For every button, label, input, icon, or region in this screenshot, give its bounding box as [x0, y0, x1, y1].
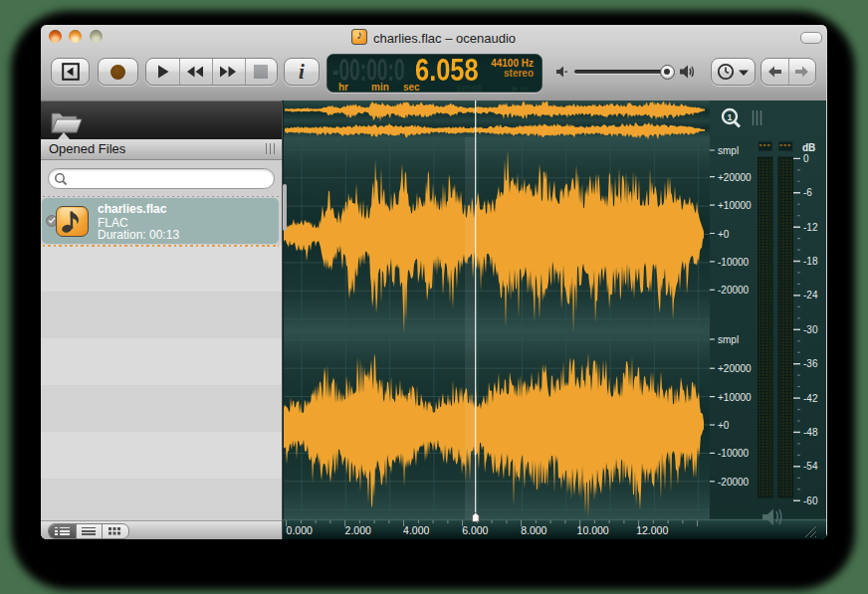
svg-text:4.000: 4.000 — [403, 524, 429, 536]
svg-text:+10000: +10000 — [718, 392, 752, 403]
svg-text:smpl: smpl — [718, 145, 739, 156]
svg-text:-60: -60 — [803, 495, 818, 506]
svg-text:-42: -42 — [803, 393, 818, 404]
svg-text:+0: +0 — [718, 229, 730, 240]
svg-text:-12: -12 — [803, 222, 818, 233]
svg-text:dB: dB — [802, 142, 815, 153]
svg-text:6.000: 6.000 — [462, 524, 488, 536]
svg-text:smpl: smpl — [718, 334, 739, 345]
svg-text:-10000: -10000 — [718, 448, 750, 459]
svg-text:+10000: +10000 — [718, 200, 752, 211]
svg-text:12.000: 12.000 — [636, 524, 668, 536]
svg-text:1: 1 — [727, 112, 732, 122]
svg-text:-48: -48 — [803, 427, 818, 438]
svg-text:-10000: -10000 — [718, 257, 750, 268]
svg-text:+20000: +20000 — [718, 172, 752, 183]
svg-text:8.000: 8.000 — [521, 524, 546, 536]
svg-text:+0: +0 — [718, 420, 730, 431]
svg-text:-18: -18 — [803, 256, 818, 267]
svg-text:-20000: -20000 — [718, 477, 750, 488]
svg-text:-54: -54 — [803, 461, 818, 472]
svg-text:-6: -6 — [803, 187, 812, 198]
svg-text:-30: -30 — [803, 324, 818, 335]
svg-text:2.000: 2.000 — [345, 524, 371, 536]
svg-text:-24: -24 — [803, 290, 818, 300]
svg-text:0.000: 0.000 — [287, 524, 313, 536]
svg-text:+20000: +20000 — [718, 363, 752, 374]
svg-text:-20000: -20000 — [718, 285, 750, 296]
svg-text:10.000: 10.000 — [577, 524, 609, 536]
svg-text:-36: -36 — [803, 358, 818, 369]
svg-text:0: 0 — [803, 153, 809, 164]
